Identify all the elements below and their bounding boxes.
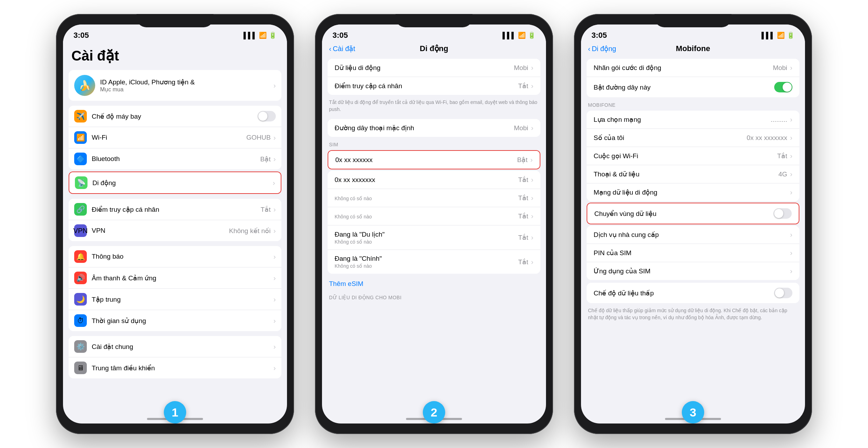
step-circle-2: 2	[423, 401, 445, 424]
sim-row-2-value: Tắt	[518, 176, 528, 184]
profile-chevron: ›	[273, 82, 276, 90]
screen-3: 3:05 ▌▌▌ 📶 🔋 ‹ Di động Mobifone Nhãn gói…	[581, 24, 805, 424]
row-thoai-du-lieu[interactable]: Thoại & dữ liệu 4G ›	[587, 165, 799, 183]
du-lieu-chevron: ›	[531, 64, 533, 72]
signal-icon-3: ▌▌▌	[762, 32, 775, 39]
duong-day-chevron: ›	[531, 124, 533, 132]
sim-row-4-label: Không có số nào	[335, 213, 518, 219]
focus-icon: 🌙	[74, 293, 87, 306]
row-general[interactable]: ⚙️ Cài đặt chung ›	[69, 336, 281, 357]
desc-text-2: Tắt dữ liệu di động để truyền tắt cả dữ …	[322, 98, 546, 116]
row-pin-sim[interactable]: PIN của SIM ›	[587, 244, 799, 262]
row-vpn[interactable]: VPN VPN Không kết nối ›	[69, 220, 281, 241]
bluetooth-icon: 🔷	[74, 153, 87, 165]
lua-chon-mang-label: Lựa chọn mạng	[594, 115, 771, 124]
row-lua-chon-mang[interactable]: Lựa chọn mạng ......... ›	[587, 111, 799, 129]
chuyen-vung-toggle[interactable]	[774, 208, 792, 219]
notifications-label: Thông báo	[92, 253, 273, 260]
focus-chevron: ›	[273, 295, 276, 303]
duong-day-label: Đường dây thoại mặc định	[335, 124, 514, 132]
profile-left: 🍌 ID Apple, iCloud, Phương tiện & Mục mu…	[74, 75, 195, 96]
row-bluetooth[interactable]: 🔷 Bluetooth Bật ›	[69, 148, 281, 169]
che-do-thap-toggle[interactable]	[774, 288, 792, 298]
row-dich-vu[interactable]: Dịch vụ nhà cung cấp ›	[587, 226, 799, 244]
sim-row-4[interactable]: Không có số nào Tắt ›	[328, 207, 540, 225]
mang-du-lieu-chevron: ›	[790, 188, 792, 196]
sim-row-3[interactable]: Không có số nào Tắt ›	[328, 189, 540, 207]
row-bat-duong-day[interactable]: Bật đường dây này	[587, 77, 799, 97]
back-chevron-2: ‹	[329, 45, 331, 53]
row-so-cua-toi[interactable]: Số của tôi 0x xx xxxxxxx ›	[587, 129, 799, 147]
bat-duong-day-toggle[interactable]	[774, 82, 792, 92]
general-chevron: ›	[273, 343, 276, 351]
sim-row-highlighted-box: 0x xx xxxxxx Bật ›	[328, 150, 540, 169]
step-number-3: 3	[690, 406, 696, 419]
status-icons-2: ▌▌▌ 📶 🔋	[503, 31, 536, 39]
top-section-3: Nhãn gói cước di động Mobi › Bật đường d…	[587, 59, 799, 97]
row-che-do-thap[interactable]: Chế độ dữ liệu thấp	[587, 283, 799, 303]
profile-row[interactable]: 🍌 ID Apple, iCloud, Phương tiện & Mục mu…	[69, 70, 281, 101]
nav-bar-2: ‹ Cài đặt Di động	[322, 42, 546, 56]
di-dong-label: Di động	[92, 179, 273, 187]
du-lieu-label: Dữ liệu di động	[335, 64, 514, 72]
sim-chinh-value: Tắt	[518, 258, 528, 266]
row-chuyen-vung[interactable]: Chuyển vùng dữ liệu	[587, 203, 799, 224]
step-number-2: 2	[431, 406, 438, 419]
dich-vu-label: Dịch vụ nhà cung cấp	[594, 231, 790, 239]
vpn-chevron: ›	[273, 227, 276, 235]
sim-row-du-lich[interactable]: Đang là "Du lịch" Không có số nào Tắt ›	[328, 225, 540, 250]
thoai-du-lieu-label: Thoại & dữ liệu	[594, 170, 778, 178]
row-notifications[interactable]: 🔔 Thông báo ›	[69, 246, 281, 267]
row-du-lieu[interactable]: Dữ liệu di động Mobi ›	[328, 59, 540, 77]
battery-icon-3: 🔋	[787, 31, 794, 39]
airplane-icon: ✈️	[74, 110, 87, 122]
battery-icon: 🔋	[269, 31, 276, 39]
sim-du-lich-label: Đang là "Du lịch" Không có số nào	[335, 230, 518, 245]
wifi-icon: 📶	[259, 31, 267, 39]
row-cuoc-goi-wifi[interactable]: Cuộc gọi Wi-Fi Tắt ›	[587, 147, 799, 165]
row-nhan-goi-cuoc[interactable]: Nhãn gói cước di động Mobi ›	[587, 59, 799, 77]
profile-sub: Mục mua	[100, 86, 195, 93]
nav-back-2[interactable]: ‹ Cài đặt	[329, 44, 355, 53]
hotspot-chevron: ›	[273, 205, 276, 214]
row-airplane[interactable]: ✈️ Chế độ máy bay	[69, 106, 281, 127]
row-duong-day[interactable]: Đường dây thoại mặc định Mobi ›	[328, 119, 540, 137]
bluetooth-label: Bluetooth	[92, 155, 260, 163]
nav-back-3[interactable]: ‹ Di động	[588, 44, 616, 53]
row-focus[interactable]: 🌙 Tập trung ›	[69, 289, 281, 310]
thoai-du-lieu-chevron: ›	[790, 170, 792, 178]
hotspot-label: Điểm truy cập cá nhân	[92, 205, 260, 214]
row-screen-time[interactable]: ⏱ Thời gian sử dụng ›	[69, 310, 281, 331]
section-group-apps: 🔔 Thông báo › 🔊 Âm thanh & Cảm ứng › 🌙 T…	[69, 246, 281, 331]
nhan-goi-cuoc-value: Mobi	[773, 64, 787, 72]
row-di-dong[interactable]: 📡 Di động ›	[69, 172, 281, 193]
control-center-chevron: ›	[273, 364, 276, 372]
sim-row-4-value: Tắt	[518, 212, 528, 220]
nhan-goi-cuoc-label: Nhãn gói cước di động	[594, 64, 773, 72]
sounds-label: Âm thanh & Cảm ứng	[92, 274, 273, 282]
airplane-toggle[interactable]	[258, 111, 276, 121]
row-ung-dung-sim[interactable]: Ứng dụng của SIM ›	[587, 262, 799, 280]
row-diem-truy-cap[interactable]: Điểm truy cập cá nhân Tắt ›	[328, 77, 540, 95]
sim-row-3-value: Tắt	[518, 194, 528, 202]
sim-row-chinh[interactable]: Đang là "Chính" Không có số nào Tắt ›	[328, 250, 540, 274]
notifications-chevron: ›	[273, 253, 276, 261]
sim-chinh-chevron: ›	[531, 258, 533, 266]
di-dong-icon: 📡	[75, 176, 88, 189]
row-mang-du-lieu[interactable]: Mạng dữ liệu di động ›	[587, 183, 799, 201]
sim-row-2[interactable]: 0x xx xxxxxxx Tắt ›	[328, 171, 540, 189]
du-lieu-value: Mobi	[514, 64, 528, 72]
lua-chon-mang-value: .........	[771, 116, 788, 124]
row-sounds[interactable]: 🔊 Âm thanh & Cảm ứng ›	[69, 267, 281, 289]
sim-row-1[interactable]: 0x xx xxxxxx Bật ›	[328, 151, 540, 169]
so-cua-toi-value: 0x xx xxxxxxx	[747, 134, 787, 142]
row-control-center[interactable]: 🖥 Trung tâm điều khiển ›	[69, 357, 281, 378]
ung-dung-sim-chevron: ›	[790, 267, 792, 275]
phone-3: 3:05 ▌▌▌ 📶 🔋 ‹ Di động Mobifone Nhãn gói…	[574, 14, 812, 434]
sim-row-4-chevron: ›	[531, 212, 533, 220]
row-wifi[interactable]: 📶 Wi-Fi GOHUB ›	[69, 127, 281, 148]
row-hotspot[interactable]: 🔗 Điểm truy cập cá nhân Tắt ›	[69, 199, 281, 220]
add-esim-link[interactable]: Thêm eSIM	[322, 275, 546, 293]
diem-truy-cap-chevron: ›	[531, 82, 533, 90]
bluetooth-value: Bật	[260, 155, 271, 163]
